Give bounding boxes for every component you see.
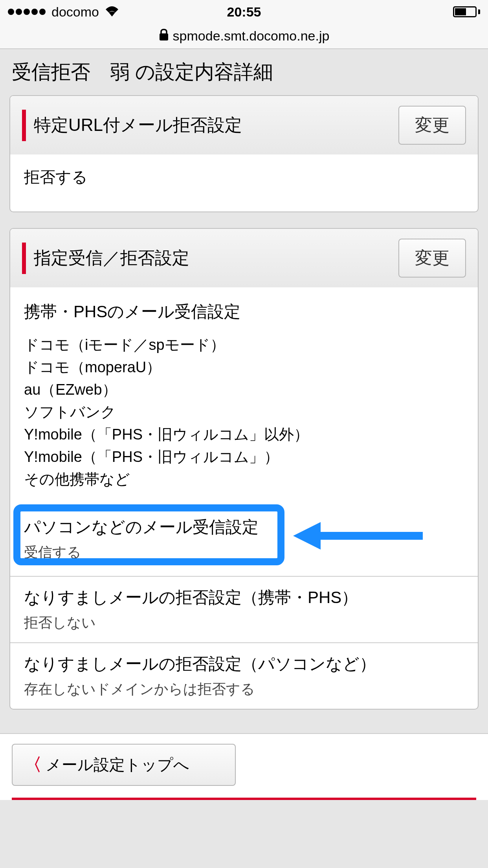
- status-bar: docomo 20:55: [0, 0, 488, 24]
- section-title: パソコンなどのメール受信設定: [24, 516, 464, 538]
- section-value: 受信する: [24, 543, 464, 562]
- nav-label: メール設定トップへ: [46, 754, 189, 776]
- lock-icon: [159, 29, 169, 43]
- section-value: 存在しないドメインからは拒否する: [24, 680, 464, 699]
- list-item: ドコモ（moperaU）: [24, 356, 464, 379]
- setting-value: 拒否する: [24, 168, 88, 186]
- card-section-spoof-pc: なりすましメールの拒否設定（パソコンなど） 存在しないドメインからは拒否する: [10, 642, 478, 709]
- section-title: なりすましメールの拒否設定（パソコンなど）: [24, 653, 464, 675]
- accent-bar: [22, 243, 26, 274]
- back-to-mail-settings-button[interactable]: 〈 メール設定トップへ: [12, 744, 236, 786]
- list-item: その他携帯など: [24, 468, 464, 491]
- card-section-pc-mail: パソコンなどのメール受信設定 受信する: [10, 502, 478, 576]
- footer-accent-line: [12, 798, 476, 800]
- list-item: au（EZweb）: [24, 379, 464, 401]
- section-value: 拒否しない: [24, 613, 464, 633]
- list-item: ドコモ（iモード／spモード）: [24, 334, 464, 356]
- section-title: なりすましメールの拒否設定（携帯・PHS）: [24, 587, 464, 609]
- status-time: 20:55: [227, 4, 261, 20]
- change-button[interactable]: 変更: [398, 239, 466, 278]
- bottom-nav: 〈 メール設定トップへ: [0, 733, 488, 800]
- battery-icon: [453, 6, 480, 17]
- change-button[interactable]: 変更: [398, 106, 466, 145]
- list-item: Y!mobile（「PHS・旧ウィルコム」）: [24, 446, 464, 468]
- url-text: spmode.smt.docomo.ne.jp: [173, 28, 330, 44]
- list-item: Y!mobile（「PHS・旧ウィルコム」以外）: [24, 423, 464, 446]
- svg-rect-0: [160, 33, 168, 40]
- card-section-spoof-mobile: なりすましメールの拒否設定（携帯・PHS） 拒否しない: [10, 576, 478, 642]
- card-title: 指定受信／拒否設定: [34, 246, 189, 270]
- url-bar[interactable]: spmode.smt.docomo.ne.jp: [0, 24, 488, 49]
- accent-bar: [22, 110, 26, 141]
- wifi-icon: [105, 4, 119, 20]
- card-section-mobile-phs: 携帯・PHSのメール受信設定 ドコモ（iモード／spモード） ドコモ（moper…: [10, 287, 478, 502]
- card-title: 特定URL付メール拒否設定: [34, 114, 242, 137]
- card-header: 指定受信／拒否設定 変更: [10, 229, 478, 287]
- carrier-label: docomo: [51, 4, 99, 20]
- signal-strength-icon: [8, 9, 46, 15]
- card-header: 特定URL付メール拒否設定 変更: [10, 96, 478, 154]
- status-left: docomo: [8, 4, 119, 20]
- card-body: 拒否する: [10, 154, 478, 211]
- page-title: 受信拒否 弱 の設定内容詳細: [0, 49, 488, 95]
- chevron-left-icon: 〈: [24, 753, 42, 776]
- section-title: 携帯・PHSのメール受信設定: [24, 299, 464, 324]
- card-url-mail-reject: 特定URL付メール拒否設定 変更 拒否する: [9, 95, 479, 212]
- list-item: ソフトバンク: [24, 401, 464, 423]
- card-accept-reject-settings: 指定受信／拒否設定 変更 携帯・PHSのメール受信設定 ドコモ（iモード／spモ…: [9, 228, 479, 710]
